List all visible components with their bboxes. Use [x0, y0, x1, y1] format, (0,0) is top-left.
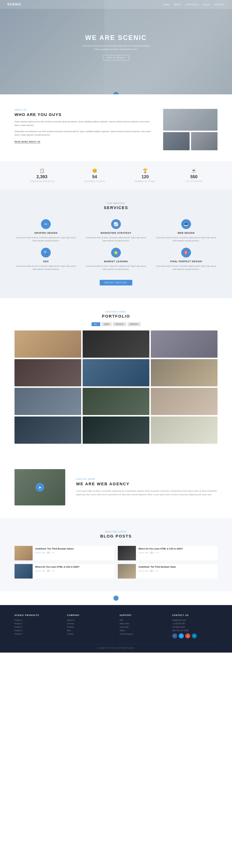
services-title: SERVICES	[14, 206, 218, 210]
blog-post-4[interactable]: Undefined: The Third Boolean Value April…	[118, 564, 218, 579]
hero-section: WE ARE SCENIC Lorem ipsum dolor sit amet…	[0, 0, 232, 94]
about-read-more[interactable]: READ MORE ABOUT US	[14, 141, 40, 143]
footer-support-1[interactable]: FAQ	[120, 619, 165, 621]
blog-likes-3: ♥ 7	[53, 570, 55, 572]
service-icon-pixel-perfect: 🎯	[181, 248, 191, 257]
portfolio-item-5[interactable]	[82, 359, 150, 386]
portfolio-item-12[interactable]	[151, 416, 218, 444]
hero-cta-button[interactable]: GET IN TOUCH	[103, 55, 129, 60]
blog-likes-1: ♥ 1	[53, 552, 55, 554]
footer-col-products: Scenic Products Product 1 Product 2 Prod…	[14, 614, 60, 639]
nav-blog[interactable]: Blog	[203, 3, 210, 6]
footer-company-3[interactable]: Portfolio	[67, 626, 112, 628]
agency-text: Lorem ipsum dolor sit amet, consectetur …	[76, 489, 218, 497]
about-image-2	[163, 132, 190, 150]
portfolio-item-8[interactable]	[82, 388, 150, 415]
portfolio-item-1[interactable]	[14, 331, 81, 358]
filter-all[interactable]: All	[92, 322, 100, 326]
portfolio-item-3[interactable]	[151, 331, 218, 358]
social-linkedin[interactable]: in	[192, 633, 197, 639]
social-facebook[interactable]: f	[172, 633, 177, 639]
filter-design[interactable]: Design	[113, 322, 126, 326]
about-section: About Us WHO ARE YOU GUYS Totam aperiam …	[0, 94, 232, 161]
blog-post-2[interactable]: Where Do You Learn HTML & CSS in 2020? A…	[118, 546, 218, 560]
footer-company-4[interactable]: Blog	[67, 629, 112, 631]
footer-support-4[interactable]: Status	[120, 629, 165, 631]
portfolio-item-10[interactable]	[14, 416, 81, 444]
blog-title: BLOG POSTS	[14, 534, 218, 538]
social-google-plus[interactable]: g	[185, 633, 190, 639]
service-icon-seo: 🔍	[41, 248, 51, 257]
blog-post-1[interactable]: Undefined: The Third Boolean Values Apri…	[14, 546, 114, 560]
service-web-design: 💻 Web Design Lorem ipsum dolor sit amet,…	[155, 219, 218, 242]
service-name-web-design: Web Design	[155, 231, 218, 234]
footer-company-1[interactable]: About Us	[67, 619, 112, 621]
footer: Scenic Products Product 1 Product 2 Prod…	[0, 605, 232, 653]
blog-likes-2: ♥ 3	[157, 552, 159, 554]
stat-icon-completed: 📋	[39, 168, 44, 173]
portfolio-item-7[interactable]	[14, 388, 81, 415]
portfolio-filters: All Web Design Mobile	[14, 322, 218, 326]
services-cta-button[interactable]: Recent Services	[100, 280, 132, 285]
play-button[interactable]	[36, 483, 44, 492]
portfolio-item-6[interactable]	[151, 359, 218, 386]
service-pixel-perfect: 🎯 Pixel Perfect Design Lorem ipsum dolor…	[155, 248, 218, 271]
stat-number-teams: 120	[141, 174, 149, 179]
hero-subtitle: Lorem ipsum dolor sit amet, consectetur …	[81, 44, 151, 51]
social-twitter[interactable]: t	[179, 633, 184, 639]
blog-content-1: Undefined: The Third Boolean Values Apri…	[35, 546, 74, 555]
agency-video	[14, 469, 65, 505]
stats-section: 📋 2,393 Completed Projects 😊 54 Satisfie…	[0, 161, 232, 190]
footer-support-5[interactable]: Contact Support	[120, 633, 165, 635]
nav-home[interactable]: Home	[163, 3, 169, 6]
footer-contact-list: info@scenic.com +1 234 567 890 123 Main …	[172, 619, 218, 631]
stat-icon-teams: 🏆	[143, 168, 147, 173]
nav-portfolio[interactable]: Portfolio	[186, 3, 199, 6]
service-seo: 🔍 SEO Lorem ipsum dolor sit amet, consec…	[14, 248, 77, 271]
footer-contact-2: +1 234 567 890	[172, 623, 218, 625]
portfolio-item-2[interactable]	[82, 331, 150, 358]
blog-meta-3: April 20, 2020 💬 5 ♥ 7	[35, 570, 79, 572]
blog-meta-1: April 20, 2020 💬 5 ♥ 1	[35, 552, 74, 554]
service-desc-marketing: Lorem ipsum dolor sit amet, consectetur …	[85, 236, 147, 242]
footer-company-2[interactable]: Services	[67, 623, 112, 625]
portfolio-item-9[interactable]	[151, 388, 218, 415]
nav-about[interactable]: About	[174, 3, 181, 6]
nav-logo[interactable]: SCENIC	[7, 3, 22, 6]
footer-company-5[interactable]: Contact	[67, 633, 112, 635]
footer-col-title-support: Support	[120, 614, 165, 616]
about-image-3	[191, 132, 218, 150]
footer-col-title-company: Company	[67, 614, 112, 616]
blog-post-3[interactable]: Where Do You Learn HTML & CSS in 2020? A…	[14, 564, 114, 579]
nav-contact[interactable]: Contact	[214, 3, 225, 6]
service-desc-seo: Lorem ipsum dolor sit amet, consectetur …	[14, 265, 77, 271]
service-name-marketing: Marketing Strategy	[85, 231, 147, 234]
stat-label-coffee: Cup of Coffee	[186, 180, 202, 182]
footer-product-1[interactable]: Product 1	[14, 619, 60, 621]
portfolio-item-11[interactable]	[82, 416, 150, 444]
blog-img-2	[118, 546, 136, 560]
footer-product-5[interactable]: Product 5	[14, 633, 60, 635]
service-market-leading: ⭐ Market Leading Lorem ipsum dolor sit a…	[85, 248, 147, 271]
filter-web[interactable]: Web	[102, 322, 111, 326]
page-down-button[interactable]	[113, 596, 119, 601]
service-desc-graphic-design: Lorem ipsum dolor sit amet, consectetur …	[14, 236, 77, 242]
footer-product-3[interactable]: Product 3	[14, 626, 60, 628]
blog-content-3: Where Do You Learn HTML & CSS in 2020? A…	[35, 564, 79, 573]
filter-mobile[interactable]: Mobile	[128, 322, 141, 326]
navbar: SCENIC Home About Portfolio Blog Contact	[0, 0, 232, 9]
footer-product-2[interactable]: Product 2	[14, 623, 60, 625]
blog-date-1: April 20, 2020	[35, 552, 45, 554]
blog-comments-2: 💬 12	[151, 552, 155, 554]
agency-section: Find Out more WE ARE WEB AGENCY Lorem ip…	[0, 457, 232, 518]
footer-support-3[interactable]: Community	[120, 626, 165, 628]
portfolio-section: Featured Work PORTFOLIO All Web Design M…	[0, 298, 232, 457]
about-left: About Us WHO ARE YOU GUYS Totam aperiam …	[14, 109, 152, 143]
portfolio-item-4[interactable]	[14, 359, 81, 386]
footer-support-2[interactable]: Help Center	[120, 623, 165, 625]
footer-product-4[interactable]: Product 4	[14, 629, 60, 631]
service-name-seo: SEO	[14, 260, 77, 263]
about-tag: About Us	[14, 109, 152, 111]
pagination	[0, 591, 232, 605]
footer-products-list: Product 1 Product 2 Product 3 Product 4 …	[14, 619, 60, 635]
